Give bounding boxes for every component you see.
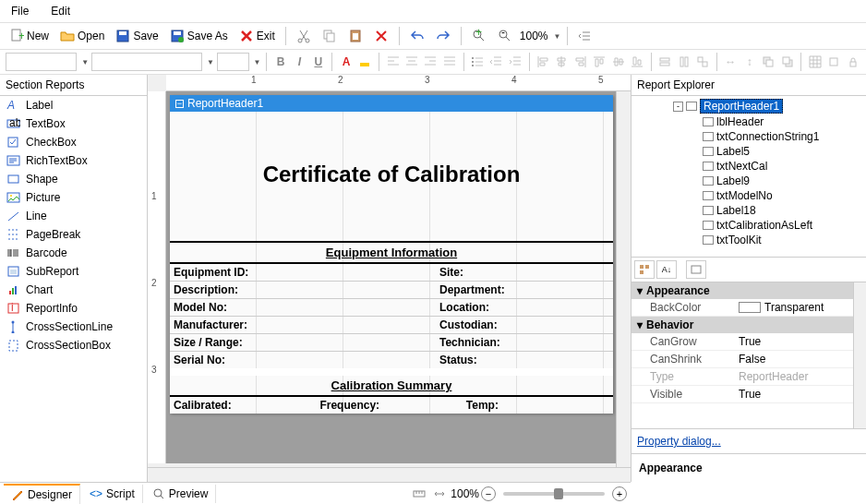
same-width-button[interactable]	[657, 53, 673, 71]
align-center-button[interactable]	[403, 53, 419, 71]
save-as-button[interactable]: Save As	[166, 27, 232, 45]
field-location[interactable]: Location:	[436, 299, 613, 316]
horizontal-scrollbar[interactable]	[148, 467, 631, 482]
collapse-icon[interactable]: ▾	[637, 284, 643, 297]
property-dialog-link[interactable]: Property dialog...	[631, 428, 866, 453]
align-centers-button[interactable]	[554, 53, 570, 71]
calibration-summary-heading[interactable]: Calibration Summary	[170, 376, 613, 395]
underline-button[interactable]: U	[310, 53, 326, 71]
field-serialNo[interactable]: Serial No:	[170, 352, 436, 368]
expander-icon[interactable]: -	[673, 102, 683, 112]
tab-preview[interactable]: Preview	[145, 485, 217, 503]
field-manufacturer[interactable]: Manufacturer:	[170, 317, 436, 333]
bullets-button[interactable]	[469, 53, 485, 71]
paste-button[interactable]	[344, 27, 367, 45]
align-rights-button[interactable]	[572, 53, 588, 71]
vertical-scrollbar[interactable]	[616, 91, 631, 467]
toolbox-line[interactable]: Line	[0, 207, 147, 225]
zoom-dropdown-icon[interactable]: ▼	[553, 32, 560, 41]
field-status[interactable]: Status:	[436, 352, 613, 368]
toolbox-reportinfo[interactable]: iReportInfo	[0, 299, 147, 318]
alphabetical-button[interactable]: A↓	[656, 260, 677, 279]
menu-edit[interactable]: Edit	[45, 3, 76, 19]
toolbox-textbox[interactable]: abTextBox	[0, 114, 147, 133]
send-back-button[interactable]	[779, 53, 795, 71]
toolbox-picture[interactable]: Picture	[0, 188, 147, 207]
align-left-button[interactable]	[385, 53, 401, 71]
toolbox-label[interactable]: ALabel	[0, 96, 147, 114]
zoom-out-button[interactable]: −	[481, 486, 496, 501]
ruler-toggle-button[interactable]	[410, 485, 428, 503]
more-button[interactable]	[574, 27, 596, 45]
report-title[interactable]: Certificate of Calibration	[174, 162, 609, 187]
bold-button[interactable]: B	[272, 53, 288, 71]
tree-node-ReportHeader1[interactable]: -ReportHeader1	[633, 98, 864, 114]
zoom-value[interactable]: 100%	[520, 30, 548, 42]
tree-node-txtModelNo[interactable]: txtModelNo	[633, 188, 864, 203]
italic-button[interactable]: I	[292, 53, 307, 71]
collapse-icon[interactable]: ▾	[637, 318, 643, 331]
prop-canshrink-value[interactable]: False	[733, 351, 853, 367]
toolbox-richtextbox[interactable]: RichTextBox	[0, 151, 147, 170]
zoom-out-button[interactable]: -	[494, 27, 516, 45]
toolbox-crosssectionbox[interactable]: CrossSectionBox	[0, 336, 147, 354]
grid-button[interactable]	[807, 53, 823, 71]
field-department[interactable]: Department:	[436, 282, 613, 298]
toolbox-shape[interactable]: Shape	[0, 170, 147, 188]
tab-designer[interactable]: Designer	[4, 484, 80, 504]
align-tops-button[interactable]	[592, 53, 607, 71]
font-color-button[interactable]: A	[338, 53, 354, 71]
prop-cangrow-value[interactable]: True	[733, 333, 853, 350]
bring-front-button[interactable]	[760, 53, 776, 71]
field-frequency[interactable]: Frequency:	[316, 397, 462, 414]
toolbox-chart[interactable]: Chart	[0, 281, 147, 299]
space-v-button[interactable]: ↕	[741, 53, 757, 71]
toolbox-pagebreak[interactable]: PageBreak	[0, 225, 147, 244]
field-calibrated[interactable]: Calibrated:	[170, 397, 316, 414]
field-custodian[interactable]: Custodian:	[436, 317, 613, 333]
save-button[interactable]: Save	[112, 27, 162, 45]
tree-node-Label18[interactable]: Label18	[633, 203, 864, 218]
field-modelNo[interactable]: Model No:	[170, 299, 436, 316]
category-appearance[interactable]: ▾Appearance	[631, 282, 853, 299]
open-button[interactable]: Open	[56, 27, 108, 45]
align-middles-button[interactable]	[610, 53, 626, 71]
indent-dec-button[interactable]	[488, 53, 504, 71]
zoom-in-button[interactable]: +	[612, 486, 627, 501]
field-site[interactable]: Site:	[436, 264, 613, 281]
cut-button[interactable]	[293, 27, 315, 45]
same-height-button[interactable]	[676, 53, 692, 71]
field-sizeRange[interactable]: Size / Range:	[170, 334, 436, 351]
dimension-toggle-button[interactable]	[430, 485, 449, 503]
toolbox-subreport[interactable]: SubReport	[0, 262, 147, 281]
space-h-button[interactable]: ↔	[723, 53, 739, 71]
align-right-button[interactable]	[423, 53, 439, 71]
same-size-button[interactable]	[694, 53, 710, 71]
field-temp[interactable]: Temp:	[463, 397, 608, 414]
report-explorer-tree[interactable]: -ReportHeader1lblHeadertxtConnectionStri…	[631, 96, 866, 258]
tree-node-txtToolKit[interactable]: txtToolKit	[633, 233, 864, 247]
equipment-info-heading[interactable]: Equipment Information	[170, 243, 613, 262]
prop-backcolor-value[interactable]: Transparent	[764, 301, 824, 314]
font-size-dropdown[interactable]	[217, 53, 248, 71]
back-color-button[interactable]	[357, 53, 373, 71]
tree-node-txtCalibrationAsLeft[interactable]: txtCalibrationAsLeft	[633, 218, 864, 233]
exit-button[interactable]: Exit	[235, 27, 279, 45]
font-dropdown[interactable]	[91, 53, 202, 71]
field-description[interactable]: Description:	[170, 282, 436, 298]
tab-script[interactable]: <> Script	[82, 485, 143, 503]
redo-button[interactable]	[432, 27, 454, 45]
toolbox-crosssectionline[interactable]: CrossSectionLine	[0, 318, 147, 336]
category-behavior[interactable]: ▾Behavior	[631, 317, 853, 333]
properties-scrollbar[interactable]	[853, 282, 866, 428]
align-bottoms-button[interactable]	[629, 53, 644, 71]
new-button[interactable]: + New	[6, 27, 53, 45]
collapse-icon[interactable]: −	[175, 100, 184, 108]
field-equipmentId[interactable]: Equipment ID:	[170, 264, 436, 281]
tree-node-Label9[interactable]: Label9	[633, 174, 864, 188]
tree-node-txtConnectionString1[interactable]: txtConnectionString1	[633, 129, 864, 144]
align-justify-button[interactable]	[441, 53, 457, 71]
copy-button[interactable]	[319, 27, 341, 45]
menu-file[interactable]: File	[6, 3, 34, 19]
field-technician[interactable]: Technician:	[436, 334, 613, 351]
